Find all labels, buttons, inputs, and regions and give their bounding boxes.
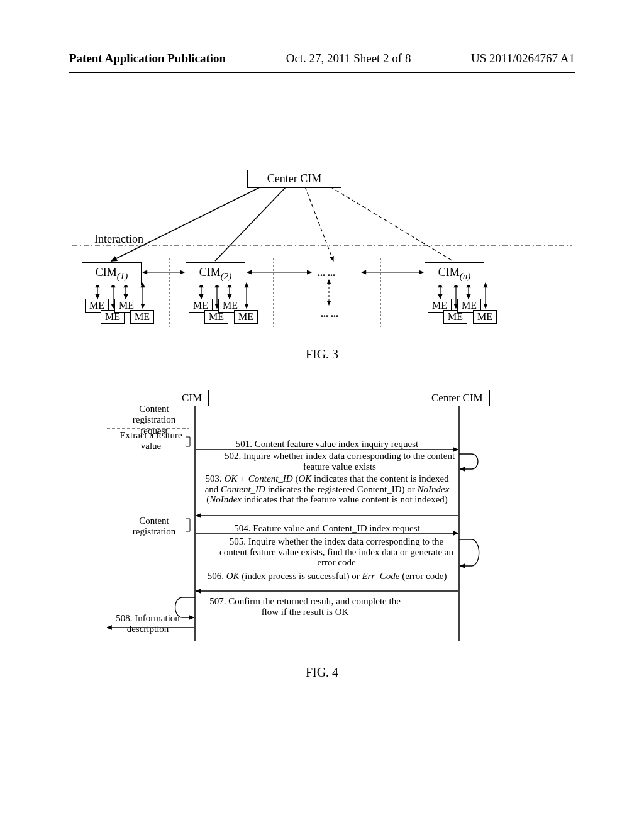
t: Content_ID — [221, 484, 265, 494]
content-registration-label: Content registration — [123, 516, 186, 538]
t: OK — [298, 473, 311, 484]
t: 506. — [208, 571, 226, 581]
cim-2-box: CIM(2) — [186, 262, 245, 285]
me-box: ME — [473, 310, 497, 324]
step-505-text: 505. Inquire whether the index data corr… — [217, 536, 456, 568]
t: OK — [226, 571, 240, 581]
step-506-text: 506. OK (index process is successful) or… — [201, 571, 453, 582]
cim-n-sub: (n) — [460, 271, 471, 281]
t: NoIndex — [418, 484, 450, 494]
header-patent-number: US 2011/0264767 A1 — [471, 52, 575, 65]
ellipsis-cim: ... ... — [318, 267, 335, 279]
step-503-text: 503. OK + Content_ID (OK indicates that … — [198, 473, 456, 505]
cim-2-sub: (2) — [221, 271, 232, 281]
extract-feature-value-label: Extract a feature value — [119, 430, 182, 452]
center-cim-box: Center CIM — [247, 170, 341, 188]
cim-1-box: CIM(1) — [82, 262, 142, 285]
svg-line-6 — [305, 187, 333, 261]
header-date-sheet: Oct. 27, 2011 Sheet 2 of 8 — [286, 52, 411, 65]
cim-1-sub: (1) — [117, 271, 128, 281]
step-502-text: 502. Inquire whether index data correspo… — [223, 451, 456, 472]
t: NoIndex — [209, 494, 242, 504]
t: 503. — [205, 473, 224, 484]
cim-n-label: CIM — [438, 266, 460, 279]
ellipsis-me: ... ... — [321, 308, 338, 319]
step-501-text: 501. Content feature value index inquiry… — [201, 439, 453, 450]
cim-1-label: CIM — [96, 266, 117, 279]
center-cim-lifeline-header: Center CIM — [425, 390, 490, 406]
t: (index process is successful) or — [239, 571, 362, 581]
me-box: ME — [130, 310, 154, 324]
cim-2-label: CIM — [199, 266, 221, 279]
cim-n-box: CIM(n) — [425, 262, 484, 285]
figure-3-caption: FIG. 3 — [0, 347, 644, 362]
svg-line-7 — [330, 187, 453, 261]
information-description-label: 508. Information description — [107, 613, 189, 635]
t: (error code) — [399, 571, 447, 581]
header-divider — [69, 72, 575, 73]
t: Err_Code — [362, 571, 399, 581]
step-504-text: 504. Feature value and Content_ID index … — [201, 523, 453, 534]
figure-4: CIM Center CIM Content registration requ… — [107, 390, 547, 654]
svg-line-5 — [215, 187, 286, 261]
t: indicates the registered Content_ID) or — [265, 484, 418, 494]
header-publication: Patent Application Publication — [69, 52, 226, 65]
t: indicates that the feature value content… — [242, 494, 448, 504]
interaction-label: Interaction — [94, 233, 143, 246]
svg-line-4 — [111, 187, 261, 261]
step-507-text: 507. Confirm the returned result, and co… — [201, 596, 409, 617]
figure-4-caption: FIG. 4 — [0, 665, 644, 680]
t: OK + Content_ID — [224, 473, 292, 484]
me-box: ME — [234, 310, 258, 324]
figure-3: Center CIM Interaction CIM(1) CIM(2) CIM… — [72, 160, 572, 349]
